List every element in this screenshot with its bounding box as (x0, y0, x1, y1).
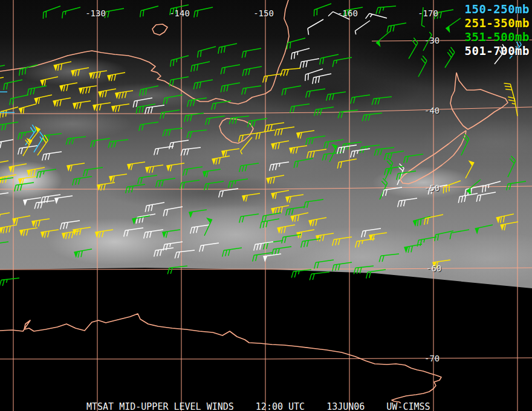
wind-barb-y (221, 149, 240, 157)
wind-barb-g (502, 156, 516, 177)
wind-barb-g (440, 47, 456, 68)
wind-barb-y (12, 216, 31, 225)
wind-barb-g (60, 7, 82, 18)
wind-barb-y (19, 104, 38, 114)
wind-barb-y (66, 163, 85, 172)
wind-barb-g (220, 65, 241, 74)
wind-barb-w (306, 19, 326, 35)
wind-barb-g (36, 169, 57, 178)
wind-barb-w (153, 146, 174, 155)
wind-barb-y (98, 89, 117, 98)
wind-barb-g (337, 110, 358, 118)
wind-barb-g (371, 97, 392, 105)
wind-barb-g (186, 130, 207, 138)
wind-barb-y (277, 225, 296, 234)
wind-barb-g (203, 181, 224, 190)
wind-barb-g (203, 169, 221, 178)
wind-barb-y (274, 127, 295, 136)
wind-barb-g (261, 213, 282, 222)
latitude-label: -40 (424, 107, 440, 114)
wind-barb-w (476, 192, 497, 202)
wind-barb-g (89, 138, 111, 147)
wind-barb-g (475, 225, 494, 235)
caption-time: 12:00 UTC (256, 403, 305, 411)
wind-barb-g (305, 136, 326, 145)
wind-barb-y (127, 162, 146, 170)
wind-barb-g (169, 56, 190, 66)
wind-barb-g (13, 183, 34, 192)
wind-barb-y (500, 222, 519, 231)
wind-barb-y (266, 175, 285, 184)
wind-barb-g (303, 199, 324, 209)
wind-barb-g (242, 66, 263, 76)
wind-barb-w (34, 201, 55, 209)
wind-barb-g (293, 158, 314, 168)
latitude-label: -60 (426, 265, 441, 272)
wind-barb-y (291, 213, 310, 222)
wind-barb-y (89, 71, 108, 79)
wind-barb-y (280, 68, 301, 76)
caption-bar: MTSAT MID-UPPER LEVEL WINDS 12:00 UTC 13… (86, 403, 430, 411)
wind-barb-y (316, 233, 334, 242)
wind-barb-g (65, 137, 86, 144)
wind-barb-g (155, 178, 176, 187)
wind-barb-y (8, 164, 27, 173)
wind-barb-g (395, 171, 417, 180)
earth-limb-shadow (0, 268, 532, 411)
wind-barb-g (159, 110, 180, 119)
wind-barb-y (242, 193, 261, 202)
wind-barb-y (109, 174, 128, 183)
wind-barb-g (182, 167, 203, 176)
wind-barb-w (59, 221, 80, 230)
wind-barb-w (263, 254, 282, 262)
wind-barb-w (168, 140, 189, 149)
wind-barb-y (508, 96, 517, 117)
wind-barb-g (271, 247, 292, 256)
wind-barb-g (220, 83, 241, 92)
wind-barb-g (374, 178, 388, 199)
wind-barb-y (308, 218, 327, 227)
wind-barb-y (34, 95, 53, 105)
wind-barb-w (268, 162, 290, 171)
wind-barb-y (41, 230, 59, 238)
wind-barb-g (281, 86, 302, 95)
caption-date: 13JUN06 (326, 403, 365, 411)
latitude-label: -50 (424, 184, 440, 192)
wind-barb-y (53, 98, 71, 107)
wind-barb-y (31, 219, 50, 227)
wind-barb-g (183, 113, 204, 122)
wind-barb-y (73, 227, 91, 236)
wind-barb-g (71, 176, 92, 186)
wind-barb-g (386, 23, 407, 33)
wind-barb-g (186, 98, 207, 107)
wind-barb-g (0, 178, 14, 187)
wind-barb-y (19, 228, 38, 236)
wind-barb-w (174, 250, 195, 258)
wind-barb-w (41, 152, 62, 161)
wind-barb-g (305, 89, 326, 98)
wind-barb-w (366, 13, 387, 24)
wind-barb-g (108, 140, 129, 147)
wind-barb-y (0, 225, 18, 234)
coastline-lake (152, 24, 167, 35)
wind-barb-g (190, 62, 211, 72)
wind-barb-y (27, 167, 45, 176)
wind-barb-g (403, 154, 424, 163)
wind-barb-g (0, 122, 19, 131)
latitude-label: -70 (424, 355, 440, 362)
wind-barb-y (115, 91, 134, 99)
wind-barb-g (162, 128, 183, 136)
wind-barb-y (212, 156, 230, 165)
wind-barb-y (166, 163, 185, 172)
wind-barb-g (241, 86, 262, 95)
wind-barb-y (41, 77, 59, 86)
wind-barb-g (251, 253, 273, 262)
wind-barb-g (125, 184, 146, 193)
wind-barb-w (144, 202, 166, 212)
wind-barb-g (446, 18, 464, 33)
wind-barb-g (0, 65, 6, 75)
wind-barb-g (413, 56, 428, 77)
wind-barb-g (378, 254, 400, 262)
wind-barb-y (71, 68, 89, 77)
wind-barb-y (289, 146, 308, 154)
